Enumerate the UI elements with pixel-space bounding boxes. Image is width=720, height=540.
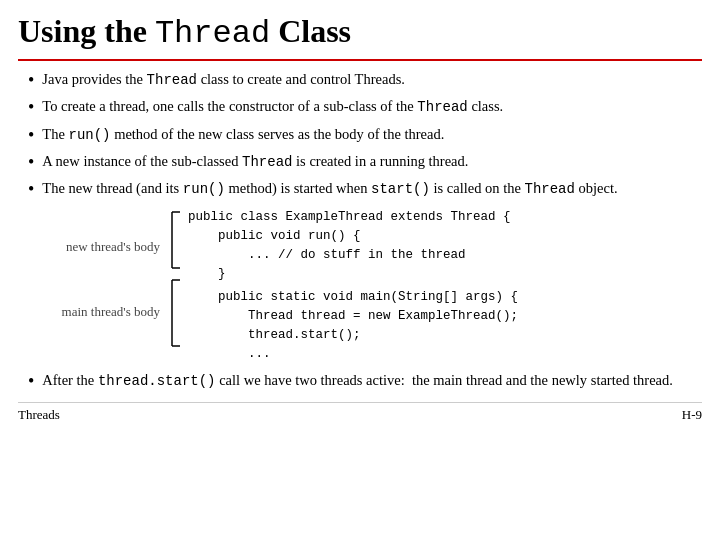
bottom-bullet-text: After the thread.start() call we have tw… [42,370,702,391]
bullet-text-4: A new instance of the sub-classed Thread… [42,151,702,172]
inline-code: run() [183,181,225,197]
bullet-3: • The run() method of the new class serv… [28,124,702,148]
bullet-text-2: To create a thread, one calls the constr… [42,96,702,117]
title: Using the Thread Class [18,12,702,53]
inline-code: Thread [525,181,575,197]
code-block: public class ExampleThread extends Threa… [188,208,518,364]
bottom-bullet-dot: • [28,368,34,394]
inline-code: Thread [242,154,292,170]
footer-right: H-9 [682,407,702,423]
title-prefix: Using the [18,13,155,49]
code-line-8: ... [188,345,518,364]
bullet-text-3: The run() method of the new class serves… [42,124,702,145]
brackets-svg [166,210,184,350]
inline-code: Thread [417,99,467,115]
footer: Threads H-9 [18,402,702,423]
code-line-6: Thread thread = new ExampleThread(); [188,307,518,326]
bullet-text-1: Java provides the Thread class to create… [42,69,702,90]
bullet-4: • A new instance of the sub-classed Thre… [28,151,702,175]
bullet-2: • To create a thread, one calls the cons… [28,96,702,120]
bullet-dot-5: • [28,176,34,202]
main-thread-label-text: main thread's body [62,304,160,320]
main-thread-label: main thread's body [46,280,166,344]
bullet-text-5: The new thread (and its run() method) is… [42,178,702,199]
code-line-1: public class ExampleThread extends Threa… [188,208,518,227]
bullet-list: • Java provides the Thread class to crea… [28,69,702,201]
bullet-dot-2: • [28,94,34,120]
bottom-bullet-item: • After the thread.start() call we have … [28,370,702,394]
side-labels: new thread's body main thread's body [46,208,166,344]
code-line-5: public static void main(String[] args) { [188,288,518,307]
bullet-5: • The new thread (and its run() method) … [28,178,702,202]
new-thread-label-text: new thread's body [66,239,160,255]
inline-code: thread.start() [98,373,216,389]
code-line-7: thread.start(); [188,326,518,345]
bullet-1: • Java provides the Thread class to crea… [28,69,702,93]
new-thread-label: new thread's body [46,218,166,276]
bottom-bullet-list: • After the thread.start() call we have … [28,370,702,394]
title-divider [18,59,702,61]
title-thread: Thread [155,15,270,52]
code-line-3: ... // do stuff in the thread [188,246,518,265]
code-diagram: new thread's body main thread's body pub… [46,208,702,364]
code-line-4: } [188,265,518,284]
title-suffix: Class [270,13,351,49]
inline-code: run() [68,127,110,143]
inline-code: start() [371,181,430,197]
bullet-dot-3: • [28,122,34,148]
code-line-2: public void run() { [188,227,518,246]
bullet-dot-4: • [28,149,34,175]
bullet-dot-1: • [28,67,34,93]
inline-code: Thread [147,72,197,88]
footer-left: Threads [18,407,60,423]
